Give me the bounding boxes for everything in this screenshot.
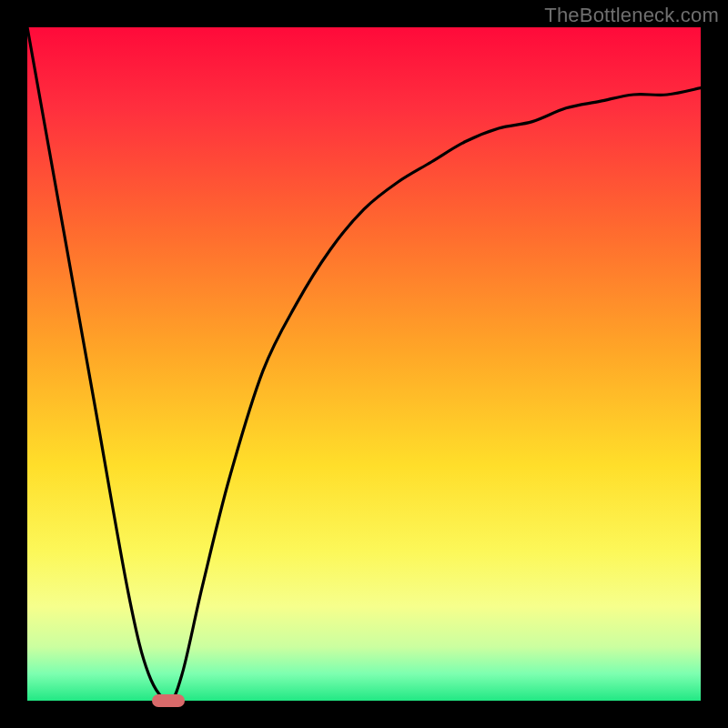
- watermark-text: TheBottleneck.com: [544, 4, 719, 27]
- bottleneck-curve: [27, 27, 701, 701]
- plot-area: [27, 27, 701, 701]
- chart-frame: TheBottleneck.com: [0, 0, 728, 728]
- optimum-marker: [152, 694, 185, 707]
